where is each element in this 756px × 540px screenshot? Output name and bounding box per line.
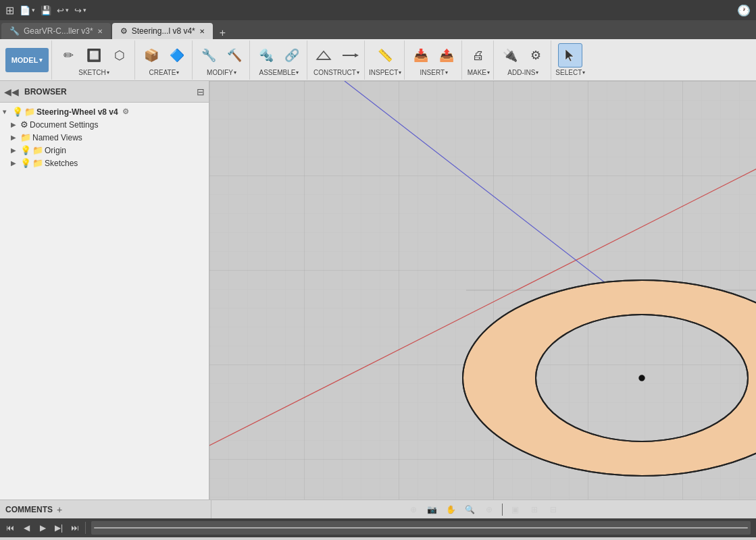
- insert-extra-button[interactable]: 📤: [434, 43, 459, 68]
- browser-collapse-icon[interactable]: ◀◀: [4, 86, 19, 97]
- file-icon: 📄: [20, 5, 30, 16]
- tree-named-views-icon: 📁: [20, 132, 31, 142]
- make-arrow-icon: ▾: [487, 70, 490, 76]
- redo-button[interactable]: ↪ ▾: [74, 5, 86, 16]
- tree-item-doc-settings[interactable]: ▶ ⚙ Document Settings: [0, 118, 209, 131]
- app-grid-icon[interactable]: ⊞: [5, 4, 14, 17]
- create-button[interactable]: 📦: [139, 43, 163, 68]
- tree-sketches-bulb-icon: 💡: [20, 158, 31, 168]
- insert-arrow-icon: ▾: [445, 70, 448, 76]
- create-extra-button[interactable]: 🔷: [165, 43, 189, 68]
- construct-label: CONSTRUCT ▾: [313, 69, 359, 76]
- inspect-group: 📏 INSPECT ▾: [366, 40, 405, 80]
- create-label: CREATE ▾: [149, 69, 180, 76]
- tab-steering-label: Steering...l v8 v4*: [132, 26, 195, 36]
- undo-icon: ↩: [57, 5, 64, 16]
- save-button[interactable]: 💾: [41, 5, 51, 16]
- comments-bar-left: COMMENTS +: [5, 500, 211, 518]
- tree-doc-settings-icon: ⚙: [20, 119, 28, 130]
- timeline-next-button[interactable]: ▶|: [51, 520, 66, 535]
- display-extra-icon[interactable]: ⊟: [546, 502, 561, 517]
- tree-item-origin[interactable]: ▶ 💡 📁 Origin: [0, 144, 209, 157]
- addins-label: ADD-INS ▾: [507, 69, 538, 76]
- sketch-button[interactable]: ✏: [56, 43, 80, 68]
- modify-extra-button[interactable]: 🔨: [222, 43, 247, 68]
- insert-group: 📥 📤 INSERT ▾: [406, 40, 462, 80]
- construct-axis-button[interactable]: [337, 43, 361, 68]
- insert-button[interactable]: 📥: [409, 43, 433, 68]
- model-arrow-icon: ▾: [39, 57, 43, 63]
- tree-root-settings-icon: ⚙: [122, 107, 129, 116]
- construct-plane-button[interactable]: [311, 43, 336, 68]
- tree-root-chevron: ▾: [3, 108, 11, 115]
- display-mode-icon[interactable]: ▣: [508, 502, 523, 517]
- addins-button[interactable]: 🔌: [498, 43, 522, 68]
- tree-item-sketches[interactable]: ▶ 💡 📁 Sketches: [0, 157, 209, 169]
- redo-icon: ↪: [74, 5, 82, 16]
- sidebar: ◀◀ BROWSER ⊟ ▾ 💡 📁 Steering-Wheel v8 v4 …: [0, 81, 209, 500]
- modify-button[interactable]: 🔧: [197, 43, 221, 68]
- canvas-area[interactable]: [209, 81, 756, 500]
- tree-root[interactable]: ▾ 💡 📁 Steering-Wheel v8 v4 ⚙: [0, 105, 209, 118]
- make-group: 🖨 MAKE ▾: [463, 40, 494, 80]
- inspect-arrow-icon: ▾: [399, 70, 401, 76]
- tree-root-bulb-icon: 💡: [12, 107, 23, 117]
- tree-root-label: Steering-Wheel v8 v4: [36, 107, 118, 117]
- timeline-zoom-icon[interactable]: 🔍: [463, 502, 478, 517]
- tab-steering-close[interactable]: ✕: [199, 28, 205, 35]
- toolbar: MODEL ▾ ✏ 🔲 ⬡ SKETCH ▾ 📦 🔷 CREATE ▾ 🔧 🔨: [0, 39, 756, 81]
- insert-label: INSERT ▾: [420, 69, 449, 76]
- tab-gearvr[interactable]: 🔧 GearVR-C...ller v3* ✕: [1, 23, 111, 39]
- addins-group: 🔌 ⚙ ADD-INS ▾: [495, 40, 551, 80]
- construct-arrow-icon: ▾: [357, 70, 359, 76]
- inspect-button[interactable]: 📏: [373, 43, 397, 68]
- comments-bar-right: ⊕ 📷 ✋ 🔍 ⊕ ▣ ⊞ ⊟: [216, 502, 751, 517]
- grid-display-icon[interactable]: ⊞: [527, 502, 542, 517]
- sketch-group: ✏ 🔲 ⬡ SKETCH ▾: [53, 40, 135, 80]
- tabbar: 🔧 GearVR-C...ller v3* ✕ ⚙ Steering...l v…: [0, 20, 756, 39]
- timeline-end-button[interactable]: ⏭: [68, 520, 82, 535]
- addins-extra-button[interactable]: ⚙: [524, 43, 548, 68]
- undo-button[interactable]: ↩ ▾: [57, 5, 69, 16]
- timeline-prev-button[interactable]: ◀: [19, 520, 34, 535]
- tree-origin-folder-icon: 📁: [32, 145, 43, 155]
- tree-doc-settings-label: Document Settings: [30, 120, 98, 130]
- assemble-extra-button[interactable]: 🔗: [280, 43, 304, 68]
- timeline-play-button[interactable]: ▶: [35, 520, 50, 535]
- main-canvas[interactable]: [209, 81, 756, 500]
- sketch-circle-button[interactable]: ⬡: [107, 43, 132, 68]
- clock-icon: 🕐: [737, 5, 751, 16]
- modify-label: MODIFY ▾: [207, 69, 236, 76]
- file-button[interactable]: 📄 ▾: [20, 5, 35, 16]
- tab-add-button[interactable]: +: [216, 27, 230, 39]
- timeline-move-icon[interactable]: ⊕: [406, 502, 421, 517]
- tree-item-named-views[interactable]: ▶ 📁 Named Views: [0, 131, 209, 144]
- timeline-camera-icon[interactable]: 📷: [425, 502, 440, 517]
- assemble-button[interactable]: 🔩: [254, 43, 278, 68]
- tree-sketches-folder-icon: 📁: [32, 158, 43, 168]
- create-group: 📦 🔷 CREATE ▾: [136, 40, 193, 80]
- comments-label: COMMENTS: [5, 505, 53, 514]
- tab-steering[interactable]: ⚙ Steering...l v8 v4* ✕: [112, 23, 213, 39]
- timeline-track-bar: [94, 527, 748, 529]
- timeline-sep: [85, 522, 86, 534]
- tab-gearvr-close[interactable]: ✕: [97, 28, 103, 35]
- model-button[interactable]: MODEL ▾: [5, 48, 49, 72]
- assemble-group: 🔩 🔗 ASSEMBLE ▾: [251, 40, 307, 80]
- browser-header: ◀◀ BROWSER ⊟: [0, 81, 209, 103]
- assemble-label: ASSEMBLE ▾: [259, 69, 299, 76]
- create-arrow-icon: ▾: [176, 70, 179, 76]
- bottom-toolbar: ⏮ ◀ ▶ ▶| ⏭: [0, 518, 756, 537]
- sketch-extra-button[interactable]: 🔲: [82, 43, 106, 68]
- timeline-pan-icon[interactable]: ✋: [444, 502, 459, 517]
- tree-doc-settings-chevron: ▶: [11, 121, 19, 128]
- timeline-zoom-box-icon[interactable]: ⊕: [482, 502, 497, 517]
- timeline-start-button[interactable]: ⏮: [3, 520, 18, 535]
- select-button[interactable]: [558, 43, 582, 68]
- browser-search-icon[interactable]: ⊟: [197, 86, 205, 97]
- comments-sep: [502, 504, 503, 516]
- timeline-track[interactable]: [91, 521, 751, 535]
- comments-add-button[interactable]: +: [57, 504, 62, 515]
- make-button[interactable]: 🖨: [466, 43, 490, 68]
- make-label: MAKE ▾: [468, 69, 490, 76]
